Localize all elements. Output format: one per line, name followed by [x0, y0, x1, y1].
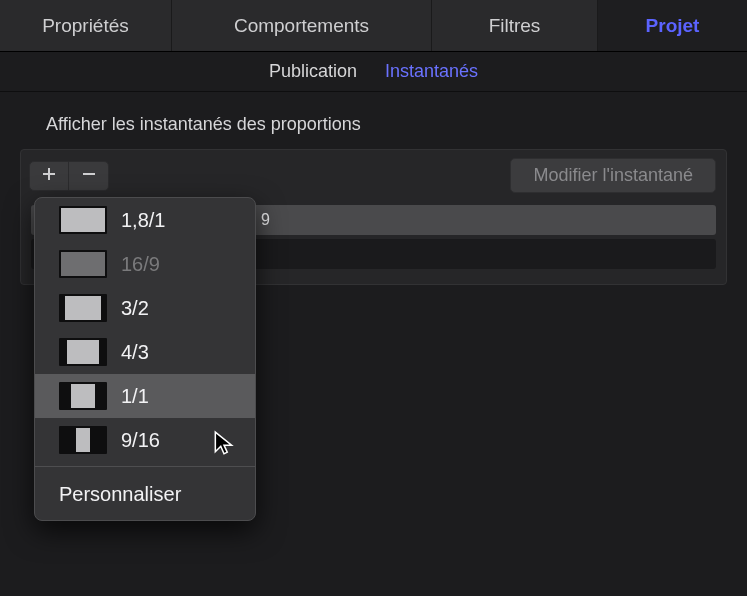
- tab-label: Filtres: [489, 15, 541, 37]
- dropdown-item-1-8-1[interactable]: 1,8/1: [35, 198, 255, 242]
- dropdown-item-9-16[interactable]: 9/16: [35, 418, 255, 462]
- svg-rect-0: [83, 173, 95, 175]
- add-button[interactable]: [29, 161, 69, 191]
- tab-label: Projet: [646, 15, 700, 37]
- tab-label: Propriétés: [42, 15, 129, 37]
- subtab-label: Publication: [269, 61, 357, 81]
- dropdown-item-label: 1,8/1: [121, 209, 165, 232]
- dropdown-item-label: 4/3: [121, 341, 149, 364]
- aspect-swatch-icon: [59, 382, 107, 410]
- subtab-label: Instantanés: [385, 61, 478, 81]
- aspect-swatch-icon: [59, 250, 107, 278]
- aspect-swatch-icon: [59, 206, 107, 234]
- aspect-swatch-icon: [59, 294, 107, 322]
- dropdown-item-label: 9/16: [121, 429, 160, 452]
- tab-filters[interactable]: Filtres: [432, 0, 598, 51]
- subtab-publication[interactable]: Publication: [269, 61, 357, 82]
- aspect-swatch-icon: [59, 338, 107, 366]
- main-tabbar: Propriétés Comportements Filtres Projet: [0, 0, 747, 52]
- dropdown-item-label: 1/1: [121, 385, 149, 408]
- dropdown-custom-item[interactable]: Personnaliser: [35, 471, 255, 520]
- dropdown-item-label: 3/2: [121, 297, 149, 320]
- button-label: Modifier l'instantané: [533, 165, 693, 185]
- modify-snapshot-button[interactable]: Modifier l'instantané: [510, 158, 716, 193]
- aspect-ratio-dropdown: 1,8/116/93/24/31/19/16 Personnaliser: [34, 197, 256, 521]
- sub-tabbar: Publication Instantanés: [0, 52, 747, 92]
- subtab-snapshots[interactable]: Instantanés: [385, 61, 478, 82]
- plus-icon: [41, 166, 57, 186]
- row-text: 9: [261, 211, 270, 229]
- dropdown-item-1-1[interactable]: 1/1: [35, 374, 255, 418]
- aspect-swatch-icon: [59, 426, 107, 454]
- tab-behaviors[interactable]: Comportements: [172, 0, 432, 51]
- panel-toolbar: Modifier l'instantané: [21, 150, 726, 201]
- dropdown-item-3-2[interactable]: 3/2: [35, 286, 255, 330]
- remove-button[interactable]: [69, 161, 109, 191]
- tab-project[interactable]: Projet: [598, 0, 747, 51]
- section-header: Afficher les instantanés des proportions: [10, 108, 737, 149]
- tab-properties[interactable]: Propriétés: [0, 0, 172, 51]
- add-remove-group: [29, 161, 109, 191]
- dropdown-item-label: 16/9: [121, 253, 160, 276]
- dropdown-item-4-3[interactable]: 4/3: [35, 330, 255, 374]
- dropdown-separator: [35, 466, 255, 467]
- dropdown-custom-label: Personnaliser: [59, 483, 181, 505]
- minus-icon: [81, 166, 97, 186]
- tab-label: Comportements: [234, 15, 369, 37]
- dropdown-item-16-9: 16/9: [35, 242, 255, 286]
